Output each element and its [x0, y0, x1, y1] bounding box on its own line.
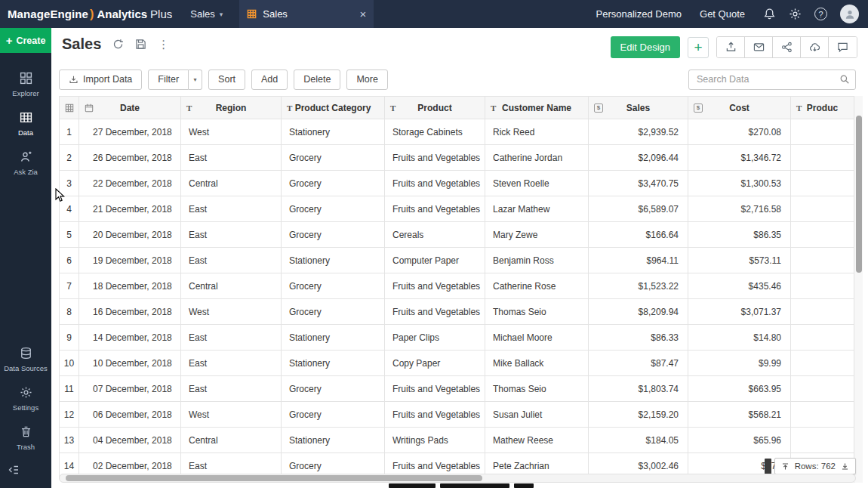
cell-sales[interactable]: $3,470.75 [589, 171, 688, 196]
import-data-button[interactable]: Import Data [59, 69, 142, 90]
cell-product[interactable]: Storage Cabinets [385, 119, 485, 145]
cell-cost[interactable]: $568.21 [688, 402, 791, 428]
cell-region[interactable]: West [181, 402, 282, 428]
select-all-header[interactable] [60, 97, 79, 119]
cell-cost[interactable]: $9.99 [688, 351, 791, 376]
table-row[interactable]: 6 19 December, 2018 East Stationery Comp… [60, 248, 854, 273]
collapse-sidebar-button[interactable] [0, 458, 51, 488]
personalized-demo-link[interactable]: Personalized Demo [596, 8, 682, 20]
cell-product2[interactable] [791, 325, 854, 351]
cell-product[interactable]: Copy Paper [385, 351, 485, 376]
vertical-scrollbar[interactable] [854, 96, 863, 483]
cell-region[interactable]: Central [181, 273, 282, 299]
cell-customer-name[interactable]: Thomas Seio [485, 299, 589, 325]
cell-date[interactable]: 21 December, 2018 [79, 196, 181, 222]
cell-customer-name[interactable]: Benjamin Ross [485, 248, 589, 273]
cell-cost[interactable]: $1,346.72 [688, 145, 791, 171]
email-icon[interactable] [745, 37, 773, 57]
cell-sales[interactable]: $2,159.20 [589, 402, 688, 428]
column-header-region[interactable]: T Region [181, 97, 282, 119]
table-row[interactable]: 8 16 December, 2018 West Grocery Fruits … [60, 299, 854, 325]
cell-cost[interactable]: $573.11 [688, 248, 791, 273]
cell-cost[interactable]: $270.08 [688, 119, 791, 145]
filter-dropdown-icon[interactable]: ▾ [189, 69, 202, 90]
table-row[interactable]: 12 06 December, 2018 West Grocery Fruits… [60, 402, 854, 428]
column-header-sales[interactable]: $ Sales [589, 97, 688, 119]
cell-product2[interactable] [791, 351, 854, 376]
cell-customer-name[interactable]: Mike Ballack [485, 351, 589, 376]
cell-date[interactable]: 27 December, 2018 [79, 119, 181, 145]
cell-region[interactable]: East [181, 145, 282, 171]
more-options-icon[interactable]: ⋮ [158, 38, 169, 51]
cell-cost[interactable]: $663.95 [688, 376, 791, 402]
get-quote-link[interactable]: Get Quote [700, 8, 745, 20]
cell-product2[interactable] [791, 222, 854, 248]
cell-product2[interactable] [791, 248, 854, 273]
row-number[interactable]: 3 [60, 171, 79, 196]
sort-button[interactable]: Sort [208, 69, 245, 90]
cell-product-category[interactable]: Grocery [282, 196, 385, 222]
cell-region[interactable]: West [181, 119, 282, 145]
table-row[interactable]: 10 10 December, 2018 East Stationery Cop… [60, 351, 854, 376]
help-icon[interactable]: ? [814, 8, 827, 20]
sidebar-item-data-sources[interactable]: Data Sources [0, 340, 51, 379]
column-header-product2[interactable]: T Produc [791, 97, 854, 119]
cell-customer-name[interactable]: Rick Reed [485, 119, 589, 145]
cell-product[interactable]: Computer Paper [385, 248, 485, 273]
cell-date[interactable]: 18 December, 2018 [79, 273, 181, 299]
cell-product[interactable]: Fruits and Vegetables [385, 299, 485, 325]
create-button[interactable]: + Create [0, 28, 51, 53]
row-number[interactable]: 7 [60, 273, 79, 299]
cell-date[interactable]: 19 December, 2018 [79, 248, 181, 273]
row-number[interactable]: 13 [60, 428, 79, 453]
row-number[interactable]: 1 [60, 119, 79, 145]
table-row[interactable]: 2 26 December, 2018 East Grocery Fruits … [60, 145, 854, 171]
comment-icon[interactable] [829, 37, 857, 57]
cloud-download-icon[interactable] [801, 37, 829, 57]
share-icon[interactable] [773, 37, 801, 57]
cell-product-category[interactable]: Stationery [282, 325, 385, 351]
cell-customer-name[interactable]: Lazar Mathew [485, 196, 589, 222]
row-number[interactable]: 6 [60, 248, 79, 273]
cell-sales[interactable]: $1,523.22 [589, 273, 688, 299]
table-row[interactable]: 5 20 December, 2018 East Grocery Cereals… [60, 222, 854, 248]
cell-region[interactable]: Central [181, 428, 282, 453]
row-number[interactable]: 10 [60, 351, 79, 376]
cell-product2[interactable] [791, 428, 854, 453]
cell-cost[interactable]: $86.35 [688, 222, 791, 248]
row-number[interactable]: 5 [60, 222, 79, 248]
cell-sales[interactable]: $2,939.52 [589, 119, 688, 145]
bell-icon[interactable] [763, 8, 776, 20]
cell-region[interactable]: East [181, 248, 282, 273]
cell-product[interactable]: Cereals [385, 222, 485, 248]
cell-product[interactable]: Fruits and Vegetables [385, 171, 485, 196]
cell-date[interactable]: 04 December, 2018 [79, 428, 181, 453]
cell-region[interactable]: East [181, 351, 282, 376]
sidebar-item-settings[interactable]: Settings [0, 379, 51, 419]
cell-region[interactable]: East [181, 376, 282, 402]
cell-product[interactable]: Paper Clips [385, 325, 485, 351]
cell-sales[interactable]: $86.33 [589, 325, 688, 351]
cell-product2[interactable] [791, 119, 854, 145]
row-number[interactable]: 4 [60, 196, 79, 222]
table-row[interactable]: 4 21 December, 2018 East Grocery Fruits … [60, 196, 854, 222]
column-header-product[interactable]: T Product [385, 97, 485, 119]
vertical-scrollbar-thumb[interactable] [856, 116, 862, 273]
cell-cost[interactable]: $1,300.53 [688, 171, 791, 196]
table-row[interactable]: 11 07 December, 2018 East Grocery Fruits… [60, 376, 854, 402]
cell-product[interactable]: Fruits and Vegetables [385, 196, 485, 222]
cell-date[interactable]: 07 December, 2018 [79, 376, 181, 402]
table-row[interactable]: 3 22 December, 2018 Central Grocery Frui… [60, 171, 854, 196]
cell-product2[interactable] [791, 145, 854, 171]
avatar[interactable] [840, 5, 859, 23]
cell-region[interactable]: East [181, 325, 282, 351]
row-number[interactable]: 2 [60, 145, 79, 171]
cell-product-category[interactable]: Grocery [282, 402, 385, 428]
cell-product[interactable]: Fruits and Vegetables [385, 376, 485, 402]
cell-customer-name[interactable]: Catherine Jordan [485, 145, 589, 171]
cell-product-category[interactable]: Stationery [282, 428, 385, 453]
cell-region[interactable]: East [181, 196, 282, 222]
cell-product-category[interactable]: Grocery [282, 171, 385, 196]
cell-product2[interactable] [791, 196, 854, 222]
refresh-icon[interactable] [112, 39, 124, 50]
